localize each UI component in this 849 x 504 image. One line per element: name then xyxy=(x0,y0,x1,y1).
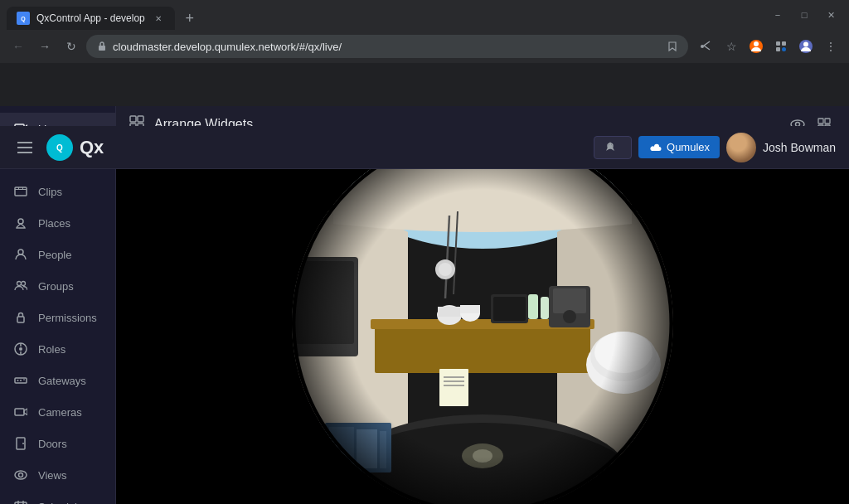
permissions-icon xyxy=(13,310,28,325)
address-text: cloudmaster.develop.qumulex.network/#/qx… xyxy=(113,41,662,53)
svg-point-42 xyxy=(19,473,23,477)
fisheye-scene-svg xyxy=(292,143,673,504)
svg-rect-58 xyxy=(825,119,830,124)
sidebar-item-gateways[interactable]: Gateways xyxy=(0,365,115,396)
account-icon[interactable] xyxy=(794,35,817,58)
app-header: Q Qx Qumulex Josh Bowman xyxy=(0,126,849,169)
sidebar-item-schedules[interactable]: Schedules xyxy=(0,491,115,504)
browser-chrome: Q QxControl App - develop ✕ + − □ ✕ ← → … xyxy=(0,0,849,63)
views-icon xyxy=(13,468,28,482)
cameras-icon xyxy=(13,405,28,419)
close-button[interactable]: ✕ xyxy=(819,3,842,27)
active-tab[interactable]: Q QxControl App - develop ✕ xyxy=(7,7,175,30)
svg-rect-8 xyxy=(776,47,780,51)
svg-rect-23 xyxy=(18,187,19,190)
sidebar-label-gateways: Gateways xyxy=(38,375,86,387)
tab-title: QxControl App - develop xyxy=(36,12,145,24)
window-controls: − □ ✕ xyxy=(766,3,842,27)
sidebar-item-clips[interactable]: Clips xyxy=(0,176,115,207)
browser-titlebar: Q QxControl App - develop ✕ + − □ ✕ xyxy=(0,0,849,30)
sidebar-label-schedules: Schedules xyxy=(38,501,89,505)
lock-icon xyxy=(96,41,108,52)
svg-point-9 xyxy=(782,47,786,51)
svg-point-40 xyxy=(22,443,24,444)
forward-button[interactable]: → xyxy=(33,35,56,58)
people-icon xyxy=(13,247,28,262)
svg-point-36 xyxy=(20,380,22,381)
qumulex-button[interactable]: Qumulex xyxy=(638,136,720,158)
svg-rect-2 xyxy=(99,46,105,51)
svg-point-41 xyxy=(15,471,27,479)
svg-rect-21 xyxy=(15,187,27,196)
svg-point-27 xyxy=(17,282,22,286)
clips-icon xyxy=(13,184,28,199)
svg-rect-24 xyxy=(22,187,23,190)
fisheye-camera xyxy=(292,143,673,504)
back-button[interactable]: ← xyxy=(7,35,30,58)
svg-point-5 xyxy=(754,41,759,46)
minimize-button[interactable]: − xyxy=(766,3,789,27)
sidebar-item-places[interactable]: Places xyxy=(0,207,115,239)
star-icon[interactable]: ☆ xyxy=(720,35,743,58)
sidebar-label-cameras: Cameras xyxy=(38,406,82,419)
sidebar-label-clips: Clips xyxy=(38,186,62,198)
svg-text:Q: Q xyxy=(56,143,63,153)
places-icon xyxy=(13,216,28,230)
svg-rect-3 xyxy=(701,45,704,48)
sidebar-item-doors[interactable]: Doors xyxy=(0,428,115,459)
sidebar-label-groups: Groups xyxy=(38,280,74,293)
menu-icon[interactable]: ⋮ xyxy=(819,35,842,58)
logo-text: Qx xyxy=(80,137,104,158)
toolbar-icons: ☆ ⋮ xyxy=(695,35,842,58)
sidebar-item-groups[interactable]: Groups xyxy=(0,270,115,302)
browser-toolbar: ← → ↻ cloudmaster.develop.qumulex.networ… xyxy=(0,30,849,63)
avatar-image xyxy=(726,133,756,162)
tab-favicon: Q xyxy=(17,12,30,25)
user-section[interactable]: Josh Bowman xyxy=(726,133,836,162)
bookmark-icon xyxy=(667,41,678,52)
tab-close-button[interactable]: ✕ xyxy=(152,12,165,25)
svg-point-31 xyxy=(19,347,22,351)
svg-point-103 xyxy=(292,143,673,504)
extensions-icon[interactable] xyxy=(769,35,793,58)
sidebar-item-people[interactable]: People xyxy=(0,239,115,270)
svg-point-28 xyxy=(22,282,26,286)
svg-point-35 xyxy=(17,380,19,381)
sidebar-item-cameras[interactable]: Cameras xyxy=(0,396,115,428)
tab-bar: Q QxControl App - develop ✕ + xyxy=(7,0,201,30)
doors-icon xyxy=(13,436,28,451)
svg-rect-52 xyxy=(138,116,143,122)
svg-rect-51 xyxy=(130,116,136,122)
location-icon xyxy=(604,142,616,153)
app-layout: Q Qx Qumulex Josh Bowman xyxy=(0,63,849,504)
share-icon[interactable] xyxy=(695,35,718,58)
sidebar-label-roles: Roles xyxy=(38,343,65,356)
reload-button[interactable]: ↻ xyxy=(60,35,83,58)
svg-point-26 xyxy=(18,250,23,254)
sidebar-item-permissions[interactable]: Permissions xyxy=(0,302,115,333)
schedules-icon xyxy=(13,499,28,504)
new-tab-button[interactable]: + xyxy=(178,7,201,30)
svg-rect-29 xyxy=(17,317,24,322)
location-button[interactable] xyxy=(594,136,632,159)
svg-rect-57 xyxy=(818,119,823,124)
header-left: Q Qx xyxy=(13,134,104,161)
sidebar-label-permissions: Permissions xyxy=(38,312,97,324)
roles-icon xyxy=(13,342,28,356)
profile-icon[interactable] xyxy=(745,35,768,58)
address-bar[interactable]: cloudmaster.develop.qumulex.network/#/qx… xyxy=(86,35,688,58)
camera-view xyxy=(116,143,849,504)
svg-rect-38 xyxy=(15,409,24,415)
user-avatar xyxy=(726,133,756,162)
svg-rect-22 xyxy=(15,189,27,190)
sidebar-label-views: Views xyxy=(38,469,66,482)
svg-text:Q: Q xyxy=(21,16,26,22)
header-right: Qumulex Josh Bowman xyxy=(594,133,836,162)
sidebar-label-doors: Doors xyxy=(38,438,67,450)
logo-icon: Q xyxy=(46,134,73,161)
sidebar-item-views[interactable]: Views xyxy=(0,459,115,491)
maximize-button[interactable]: □ xyxy=(793,3,816,27)
groups-icon xyxy=(13,279,28,293)
sidebar-item-roles[interactable]: Roles xyxy=(0,333,115,365)
hamburger-button[interactable] xyxy=(13,136,36,159)
